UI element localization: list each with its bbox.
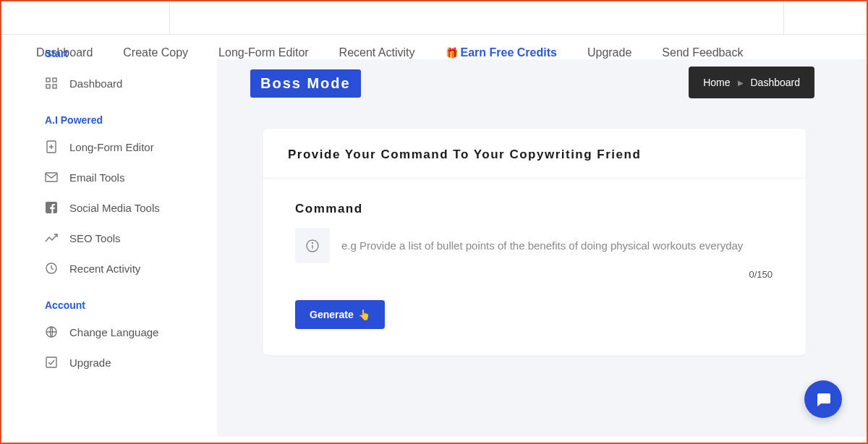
- topnav-send-feedback[interactable]: Send Feedback: [662, 46, 743, 59]
- svg-rect-0: [46, 78, 50, 82]
- main: Start Dashboard A.I Powered Long-Form Ed…: [1, 59, 867, 437]
- chevron-right-icon: ▶: [738, 79, 744, 87]
- sidebar-item-recent[interactable]: Recent Activity: [1, 253, 217, 283]
- topnav-earn-credits[interactable]: 🎁Earn Free Credits: [446, 46, 557, 59]
- topbar-divider-right: [783, 1, 784, 34]
- globe-icon: [45, 325, 58, 338]
- mail-icon: [45, 171, 58, 184]
- svg-rect-2: [46, 85, 50, 88]
- sidebar-item-label: Email Tools: [69, 171, 124, 184]
- chat-fab[interactable]: [804, 380, 842, 418]
- check-square-icon: [45, 356, 58, 369]
- breadcrumb-home[interactable]: Home: [703, 77, 730, 88]
- boss-mode-badge: Boss Mode: [250, 69, 361, 98]
- breadcrumb: Home ▶ Dashboard: [689, 67, 814, 98]
- pointing-hand-icon: 👆: [358, 309, 370, 320]
- sidebar-item-label: Recent Activity: [69, 262, 140, 275]
- gift-icon: 🎁: [446, 47, 458, 59]
- trend-icon: [45, 231, 58, 244]
- file-plus-icon: [45, 140, 58, 153]
- sidebar-item-longform[interactable]: Long-Form Editor: [1, 132, 217, 162]
- sidebar-item-upgrade[interactable]: Upgrade: [1, 347, 217, 377]
- topnav-longform[interactable]: Long-Form Editor: [218, 46, 309, 59]
- command-input[interactable]: [330, 228, 774, 263]
- info-icon: [295, 228, 330, 263]
- sidebar-item-language[interactable]: Change Language: [1, 317, 217, 347]
- chat-icon: [814, 390, 832, 408]
- sidebar-item-label: Upgrade: [69, 357, 111, 369]
- content-area: Boss Mode Home ▶ Dashboard Provide Your …: [217, 59, 867, 437]
- sidebar-item-label: Social Media Tools: [69, 202, 160, 214]
- sidebar-item-email[interactable]: Email Tools: [1, 162, 217, 192]
- svg-rect-11: [46, 357, 56, 367]
- topbar: [1, 1, 867, 35]
- generate-button[interactable]: Generate 👆: [295, 300, 385, 329]
- sidebar-item-label: SEO Tools: [69, 232, 121, 244]
- svg-rect-3: [53, 85, 56, 88]
- generate-button-label: Generate: [310, 309, 354, 320]
- svg-point-14: [312, 242, 313, 243]
- sidebar-item-seo[interactable]: SEO Tools: [1, 223, 217, 253]
- topbar-divider-left: [169, 1, 170, 34]
- sidebar-item-dashboard[interactable]: Dashboard: [1, 68, 217, 98]
- svg-rect-7: [46, 173, 57, 182]
- sidebar-item-label: Long-Form Editor: [69, 141, 154, 153]
- sidebar-item-label: Dashboard: [69, 77, 122, 90]
- breadcrumb-current: Dashboard: [751, 77, 801, 88]
- char-counter: 0/150: [295, 269, 774, 280]
- command-input-row: [295, 228, 774, 263]
- sidebar-section-ai: A.I Powered: [1, 98, 217, 132]
- facebook-icon: [45, 201, 58, 214]
- card-title: Provide Your Command To Your Copywriting…: [263, 129, 806, 179]
- svg-rect-1: [53, 78, 56, 82]
- card-body: Command 0/150 Generate 👆: [263, 179, 806, 329]
- command-card: Provide Your Command To Your Copywriting…: [263, 129, 806, 355]
- sidebar-section-start: Start: [1, 48, 217, 68]
- topnav-recent-activity[interactable]: Recent Activity: [339, 46, 415, 59]
- command-label: Command: [295, 202, 774, 216]
- sidebar: Start Dashboard A.I Powered Long-Form Ed…: [1, 59, 217, 437]
- clock-icon: [45, 262, 58, 275]
- grid-icon: [45, 77, 58, 90]
- sidebar-section-account: Account: [1, 283, 217, 317]
- topnav-upgrade[interactable]: Upgrade: [587, 46, 631, 59]
- sidebar-item-label: Change Language: [69, 326, 158, 338]
- topnav-earn-credits-label: Earn Free Credits: [461, 46, 557, 59]
- sidebar-item-social[interactable]: Social Media Tools: [1, 192, 217, 223]
